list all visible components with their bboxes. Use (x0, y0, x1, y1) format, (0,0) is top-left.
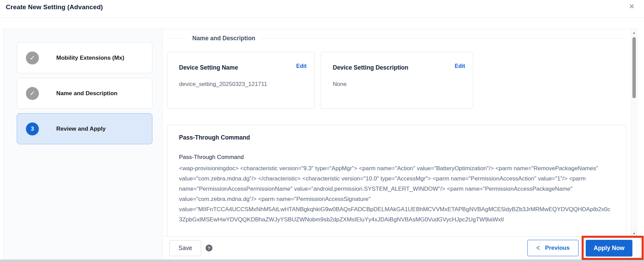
device-setting-description-card: Device Setting Description Edit None (321, 52, 473, 109)
dialog-title: Create New Setting (Advanced) (6, 3, 103, 11)
previous-button-label: Previous (545, 245, 570, 251)
apply-now-button[interactable]: Apply Now (586, 240, 632, 257)
scrollbar-thumb[interactable] (632, 37, 636, 98)
section-legend: Name and Description (167, 35, 626, 42)
summary-cards-row: Device Setting Name Edit device_setting_… (167, 52, 626, 109)
review-main-panel: Name and Description Device Setting Name… (163, 29, 637, 259)
step-complete-check-icon: ✓ (26, 52, 39, 64)
device-setting-name-value: device_setting_20250323_121711 (179, 81, 306, 88)
step-name-and-description[interactable]: ✓ Name and Description (17, 78, 152, 109)
legend-divider (261, 38, 626, 39)
pass-through-field-label: Pass-Through Command (179, 154, 612, 161)
step-label: Mobility Extensions (Mx) (56, 55, 124, 61)
step-complete-check-icon: ✓ (26, 87, 39, 100)
wizard-steps-sidebar: ✓ Mobility Extensions (Mx) ✓ Name and De… (4, 29, 163, 259)
vertical-scrollbar[interactable]: ▲ ▼ (631, 29, 637, 236)
edit-description-link[interactable]: Edit (455, 63, 465, 69)
save-button[interactable]: Save (169, 240, 201, 256)
dialog-footer: Save ? < Previous Apply Now (163, 236, 637, 259)
edit-name-link[interactable]: Edit (296, 63, 306, 69)
device-setting-name-card: Device Setting Name Edit device_setting_… (167, 52, 315, 109)
step-label: Name and Description (56, 90, 118, 97)
page-background-strip (0, 260, 644, 262)
step-number-badge: 3 (26, 122, 39, 135)
device-setting-description-value: None (333, 81, 465, 88)
card-title: Device Setting Description (333, 64, 408, 71)
scroll-up-icon[interactable]: ▲ (631, 30, 637, 36)
pass-through-command-text: <wap-provisioningdoc> <characteristic ve… (179, 163, 612, 225)
previous-button[interactable]: < Previous (527, 240, 579, 256)
close-icon[interactable]: ✕ (627, 1, 637, 12)
card-title: Device Setting Name (179, 64, 238, 71)
step-review-and-apply[interactable]: 3 Review and Apply (17, 113, 152, 144)
dialog-body: ✓ Mobility Extensions (Mx) ✓ Name and De… (3, 29, 637, 260)
section-legend-title: Name and Description (192, 35, 255, 42)
legend-divider (167, 38, 187, 39)
review-content: Name and Description Device Setting Name… (163, 29, 631, 236)
step-label: Review and Apply (56, 126, 106, 132)
help-icon[interactable]: ? (206, 245, 212, 251)
pass-through-card-title: Pass-Through Command (179, 134, 612, 141)
step-mobility-extensions[interactable]: ✓ Mobility Extensions (Mx) (17, 42, 152, 73)
scroll-down-icon[interactable]: ▼ (631, 231, 637, 236)
pass-through-command-card: Pass-Through Command Pass-Through Comman… (167, 125, 626, 236)
chevron-left-icon: < (536, 244, 540, 252)
create-setting-dialog: Create New Setting (Advanced) ✕ ✓ Mobili… (0, 0, 644, 262)
dialog-header: Create New Setting (Advanced) ✕ (0, 0, 644, 18)
